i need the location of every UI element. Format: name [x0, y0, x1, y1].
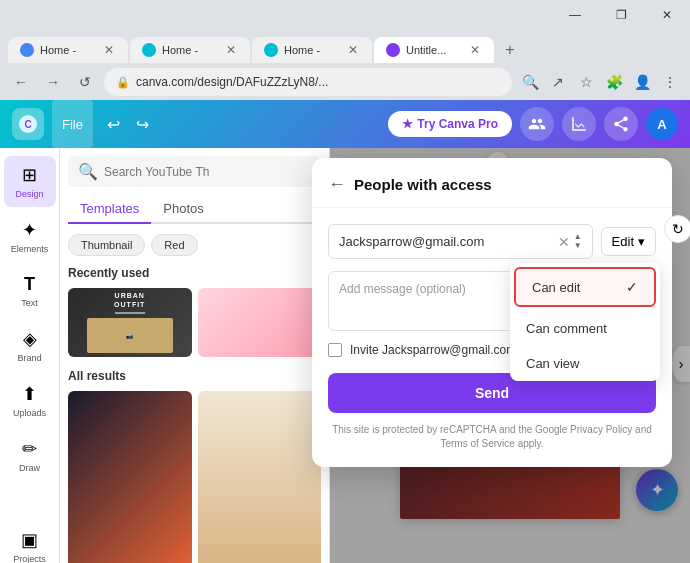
tab-bar: Home - ✕ Home - ✕ Home - ✕ Untitle... ✕ … — [0, 30, 690, 64]
result-thumb-positive[interactable]: POSITIVE SELF TALK #10 STYLE — [68, 391, 192, 563]
sidebar-label-text: Text — [21, 298, 38, 308]
dropdown-item-can-view[interactable]: Can view — [510, 346, 660, 381]
analytics-button[interactable] — [562, 107, 596, 141]
sidebar-item-design[interactable]: ⊞ Design — [4, 156, 56, 207]
share-button[interactable]: ↗ — [546, 70, 570, 94]
result-thumb-2[interactable] — [198, 391, 322, 563]
uploads-icon: ⬆ — [22, 383, 37, 405]
can-view-label: Can view — [526, 356, 579, 371]
dropdown-item-can-edit[interactable]: Can edit ✓ — [514, 267, 656, 307]
tab-close-2[interactable]: ✕ — [224, 43, 238, 57]
browser-tab-1[interactable]: Home - ✕ — [8, 37, 128, 63]
browser-actions: 🔍 ↗ ☆ 🧩 👤 ⋮ — [518, 70, 682, 94]
panel-tabs: Templates Photos — [68, 195, 321, 224]
sidebar-item-projects[interactable]: ▣ Projects — [4, 521, 56, 563]
tab-close-3[interactable]: ✕ — [346, 43, 360, 57]
lock-icon: 🔒 — [116, 76, 130, 89]
undo-button[interactable]: ↩ — [101, 111, 126, 138]
browser-tab-3[interactable]: Home - ✕ — [252, 37, 372, 63]
tab-label-3: Home - — [284, 44, 340, 56]
dropdown-item-can-comment[interactable]: Can comment — [510, 311, 660, 346]
chevron-down-icon: ▾ — [638, 234, 645, 249]
address-input-container[interactable]: 🔒 canva.com/design/DAFuZZzLyN8/... — [104, 68, 512, 96]
people-access-modal: ← People with access Jacksparrow@gmail.c… — [312, 158, 672, 467]
can-comment-label: Can comment — [526, 321, 607, 336]
edit-label: Edit — [612, 234, 634, 249]
tab-templates[interactable]: Templates — [68, 195, 151, 224]
refresh-icon: ↻ — [672, 221, 684, 237]
template-thumb-recent-2[interactable] — [198, 288, 322, 357]
dropdown-menu: Can edit ✓ Can comment Can view — [510, 263, 660, 381]
all-results-title: All results — [68, 369, 321, 383]
file-menu-button[interactable]: File — [52, 100, 93, 148]
sidebar-item-uploads[interactable]: ⬆ Uploads — [4, 375, 56, 426]
sidebar-label-design: Design — [15, 189, 43, 199]
filter-chips: Thumbnail Red — [68, 234, 321, 256]
message-placeholder: Add message (optional) — [339, 282, 466, 296]
chip-red[interactable]: Red — [151, 234, 197, 256]
sidebar-item-draw[interactable]: ✏ Draw — [4, 430, 56, 481]
back-button[interactable]: ← — [8, 69, 34, 95]
try-canva-pro-button[interactable]: ★ Try Canva Pro — [388, 111, 512, 137]
share-export-button[interactable] — [604, 107, 638, 141]
tab-label-1: Home - — [40, 44, 96, 56]
refresh-button[interactable]: ↻ — [664, 215, 690, 243]
edit-dropdown-button[interactable]: Edit ▾ — [601, 227, 656, 256]
template-thumb-urban[interactable]: URBAN OUTFIT 📷 — [68, 288, 192, 357]
sidebar-item-brand[interactable]: ◈ Brand — [4, 320, 56, 371]
email-input-field[interactable]: Jacksparrow@gmail.com ✕ ▲ ▼ — [328, 224, 593, 259]
browser-tab-4-active[interactable]: Untitle... ✕ — [374, 37, 494, 63]
search-input[interactable] — [104, 165, 311, 179]
topbar-right: ★ Try Canva Pro A — [388, 107, 678, 141]
sidebar-item-text[interactable]: T Text — [4, 266, 56, 316]
close-button[interactable]: ✕ — [644, 0, 690, 30]
app-logo: C — [12, 108, 44, 140]
sidebar-label-uploads: Uploads — [13, 408, 46, 418]
forward-button[interactable]: → — [40, 69, 66, 95]
modal-back-button[interactable]: ← — [328, 174, 346, 195]
sidebar-item-elements[interactable]: ✦ Elements — [4, 211, 56, 262]
sidebar-label-draw: Draw — [19, 463, 40, 473]
extensions-button[interactable]: 🧩 — [602, 70, 626, 94]
menu-button[interactable]: ⋮ — [658, 70, 682, 94]
user-avatar[interactable]: A — [646, 108, 678, 140]
svg-text:C: C — [24, 119, 31, 130]
modal-overlay: ← People with access Jacksparrow@gmail.c… — [330, 148, 690, 563]
tab-favicon-2 — [142, 43, 156, 57]
sidebar-label-elements: Elements — [11, 244, 49, 254]
share-people-button[interactable] — [520, 107, 554, 141]
design-icon: ⊞ — [22, 164, 37, 186]
tab-label-4: Untitle... — [406, 44, 462, 56]
address-text: canva.com/design/DAFuZZzLyN8/... — [136, 75, 328, 89]
recaptcha-text: This site is protected by reCAPTCHA and … — [328, 423, 656, 451]
modal-header: ← People with access — [312, 158, 672, 208]
email-arrows: ▲ ▼ — [574, 233, 582, 250]
tab-label-2: Home - — [162, 44, 218, 56]
tab-favicon-4 — [386, 43, 400, 57]
left-panel: 🔍 Templates Photos Thumbnail Red Recentl… — [60, 148, 330, 563]
email-clear-button[interactable]: ✕ — [558, 234, 570, 250]
tab-close-4[interactable]: ✕ — [468, 43, 482, 57]
invite-checkbox[interactable] — [328, 343, 342, 357]
chip-thumbnail[interactable]: Thumbnail — [68, 234, 145, 256]
reload-button[interactable]: ↺ — [72, 69, 98, 95]
app-topbar: C File ↩ ↪ ★ Try Canva Pro A — [0, 100, 690, 148]
minimize-button[interactable]: — — [552, 0, 598, 30]
address-bar: ← → ↺ 🔒 canva.com/design/DAFuZZzLyN8/...… — [0, 64, 690, 100]
browser-tab-2[interactable]: Home - ✕ — [130, 37, 250, 63]
undo-redo-group: ↩ ↪ — [101, 111, 155, 138]
tab-close-1[interactable]: ✕ — [102, 43, 116, 57]
redo-button[interactable]: ↪ — [130, 111, 155, 138]
sidebar: ⊞ Design ✦ Elements T Text ◈ Brand ⬆ Upl… — [0, 148, 60, 563]
tab-photos[interactable]: Photos — [151, 195, 215, 224]
bookmark-button[interactable]: ☆ — [574, 70, 598, 94]
canvas-area: ^ YOU SHOULDKNOW ‹ › ← People with acces… — [330, 148, 690, 563]
search-browser-button[interactable]: 🔍 — [518, 70, 542, 94]
search-bar[interactable]: 🔍 — [68, 156, 321, 187]
search-icon: 🔍 — [78, 162, 98, 181]
profile-button[interactable]: 👤 — [630, 70, 654, 94]
new-tab-button[interactable]: + — [496, 36, 524, 64]
app-container: ⊞ Design ✦ Elements T Text ◈ Brand ⬆ Upl… — [0, 148, 690, 563]
maximize-button[interactable]: ❐ — [598, 0, 644, 30]
template-grid-recent: URBAN OUTFIT 📷 — [68, 288, 321, 357]
